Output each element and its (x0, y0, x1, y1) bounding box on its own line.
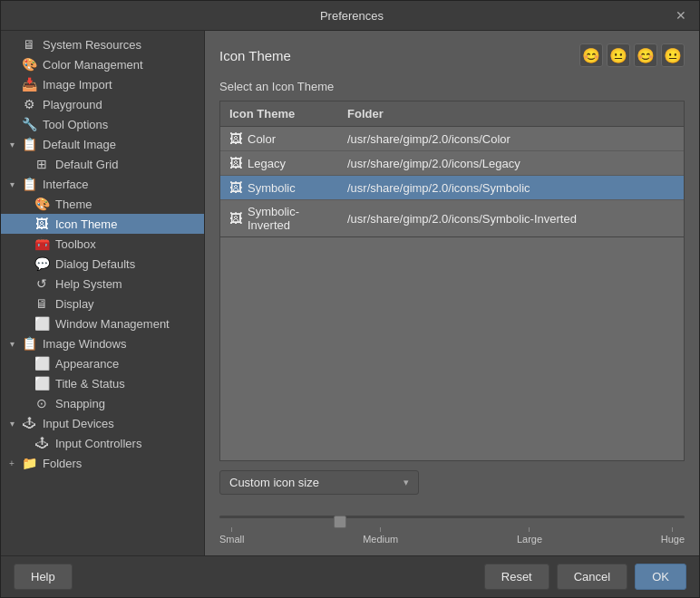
table-row[interactable]: 🖼Symbolic/usr/share/gimp/2.0/icons/Symbo… (220, 176, 684, 200)
help-button[interactable]: Help (14, 564, 73, 590)
tick-line-1 (380, 527, 381, 532)
sidebar-item-input-devices[interactable]: ▾🕹Input Devices (1, 413, 204, 433)
icon-image-windows: 📋 (21, 336, 37, 351)
theme-name-1: Legacy (248, 157, 286, 170)
sidebar-item-color-management[interactable]: 🎨Color Management (1, 54, 204, 74)
title-bar: Preferences ✕ (1, 1, 699, 31)
tick-label-1: Medium (363, 534, 398, 545)
icon-playground: ⚙ (21, 97, 37, 111)
tick-medium: Medium (363, 527, 398, 545)
table-header: Icon Theme Folder (220, 101, 684, 127)
sidebar-item-default-image[interactable]: ▾📋Default Image (1, 134, 204, 154)
slider-thumb[interactable] (334, 516, 346, 528)
sidebar-item-window-management[interactable]: ⬜Window Management (1, 313, 204, 333)
icon-icon-theme: 🖼 (34, 217, 50, 231)
expand-arrow-default-image: ▾ (6, 140, 17, 150)
icon-input-devices: 🕹 (21, 416, 37, 430)
tick-line-2 (529, 527, 530, 532)
main-area: 🖥System Resources🎨Color Management📥Image… (1, 31, 699, 555)
icon-snapping: ⊙ (34, 396, 50, 410)
sidebar-item-image-windows[interactable]: ▾📋Image Windows (1, 333, 204, 353)
folder-cell-3: /usr/share/gimp/2.0/icons/Symbolic-Inver… (338, 210, 684, 227)
sidebar-item-system-resources[interactable]: 🖥System Resources (1, 34, 204, 54)
expand-arrow-input-devices: ▾ (6, 419, 17, 429)
tick-large: Large (517, 527, 542, 545)
sidebar-item-appearance[interactable]: ⬜Appearance (1, 353, 204, 373)
tick-line-0 (231, 527, 232, 532)
sidebar-item-tool-options[interactable]: 🔧Tool Options (1, 114, 204, 134)
theme-icon-color[interactable]: 😊 (634, 43, 657, 67)
sidebar-item-theme[interactable]: 🎨Theme (1, 194, 204, 214)
theme-cell-2: 🖼Symbolic (220, 178, 338, 197)
expand-arrow-image-windows: ▾ (6, 339, 17, 349)
reset-button[interactable]: Reset (484, 564, 549, 590)
sidebar-item-title-status[interactable]: ⬜Title & Status (1, 373, 204, 393)
theme-icon-symbolic[interactable]: 😐 (661, 43, 685, 67)
icon-default-grid: ⊞ (34, 157, 50, 171)
sidebar-label-system-resources: System Resources (43, 38, 141, 52)
expand-arrow-folders: + (6, 458, 17, 468)
sidebar-item-input-controllers[interactable]: 🕹Input Controllers (1, 433, 204, 453)
icon-theme-icons: 😊 😐 😊 😐 (579, 43, 685, 67)
sidebar-item-dialog-defaults[interactable]: 💬Dialog Defaults (1, 254, 204, 274)
icon-color-management: 🎨 (21, 57, 37, 72)
table-row[interactable]: 🖼Symbolic-Inverted/usr/share/gimp/2.0/ic… (220, 200, 684, 236)
theme-icon-2: 🖼 (229, 180, 242, 195)
preferences-dialog: Preferences ✕ 🖥System Resources🎨Color Ma… (0, 0, 700, 598)
theme-icon-3: 🖼 (229, 211, 242, 226)
icon-window-management: ⬜ (34, 316, 50, 331)
sidebar-item-icon-theme[interactable]: 🖼Icon Theme (1, 214, 204, 234)
sidebar-item-display[interactable]: 🖥Display (1, 294, 204, 313)
icon-folders: 📁 (21, 456, 37, 470)
icon-system-resources: 🖥 (21, 37, 37, 52)
table-row[interactable]: 🖼Color/usr/share/gimp/2.0/icons/Color (220, 127, 684, 151)
icon-input-controllers: 🕹 (34, 436, 50, 450)
folder-cell-0: /usr/share/gimp/2.0/icons/Color (338, 130, 684, 148)
sidebar-item-folders[interactable]: +📁Folders (1, 453, 204, 473)
sidebar-label-appearance: Appearance (55, 357, 119, 371)
bottom-bar: Help Reset Cancel OK (1, 555, 699, 597)
custom-icon-size-dropdown[interactable]: Custom icon size ▾ (219, 470, 419, 495)
sidebar-item-playground[interactable]: ⚙Playground (1, 94, 204, 114)
folder-cell-1: /usr/share/gimp/2.0/icons/Legacy (338, 155, 684, 172)
sidebar-label-help-system: Help System (55, 277, 122, 291)
sidebar-label-input-controllers: Input Controllers (55, 437, 141, 450)
sidebar-label-title-status: Title & Status (55, 377, 125, 391)
table-row[interactable]: 🖼Legacy/usr/share/gimp/2.0/icons/Legacy (220, 151, 684, 176)
theme-icon-1: 🖼 (229, 156, 242, 170)
tick-line-3 (672, 527, 673, 532)
content-area: Icon Theme 😊 😐 😊 😐 Select an Icon Theme … (205, 31, 699, 555)
sidebar: 🖥System Resources🎨Color Management📥Image… (1, 31, 205, 555)
theme-icon-happy[interactable]: 😊 (579, 43, 603, 67)
theme-icon-0: 🖼 (229, 131, 242, 146)
sidebar-label-window-management: Window Management (55, 317, 170, 331)
theme-icon-alt[interactable]: 😐 (607, 43, 630, 67)
icon-theme: 🎨 (34, 197, 50, 211)
ok-button[interactable]: OK (635, 564, 686, 590)
dropdown-arrow-icon: ▾ (403, 477, 409, 488)
sidebar-label-image-windows: Image Windows (43, 337, 126, 351)
icon-toolbox: 🧰 (34, 236, 50, 251)
sidebar-label-display: Display (55, 297, 94, 311)
icon-appearance: ⬜ (34, 356, 50, 371)
sidebar-item-interface[interactable]: ▾📋Interface (1, 174, 204, 194)
slider-line (219, 516, 685, 518)
sidebar-item-toolbox[interactable]: 🧰Toolbox (1, 234, 204, 254)
sidebar-item-snapping[interactable]: ⊙Snapping (1, 393, 204, 413)
sidebar-item-help-system[interactable]: ↺Help System (1, 274, 204, 294)
sidebar-label-folders: Folders (43, 457, 82, 470)
close-button[interactable]: ✕ (674, 8, 688, 23)
sidebar-item-default-grid[interactable]: ⊞Default Grid (1, 154, 204, 174)
right-buttons: Reset Cancel OK (484, 564, 686, 590)
sidebar-label-playground: Playground (43, 98, 102, 111)
slider-track[interactable] (219, 507, 685, 526)
sidebar-label-interface: Interface (43, 178, 89, 191)
sidebar-label-theme: Theme (55, 198, 92, 211)
sidebar-label-snapping: Snapping (55, 397, 105, 410)
expand-arrow-interface: ▾ (6, 179, 17, 189)
sidebar-label-image-import: Image Import (43, 78, 112, 92)
sidebar-item-image-import[interactable]: 📥Image Import (1, 74, 204, 94)
cancel-button[interactable]: Cancel (557, 564, 627, 590)
icon-tool-options: 🔧 (21, 117, 37, 131)
dropdown-label: Custom icon size (229, 476, 319, 489)
